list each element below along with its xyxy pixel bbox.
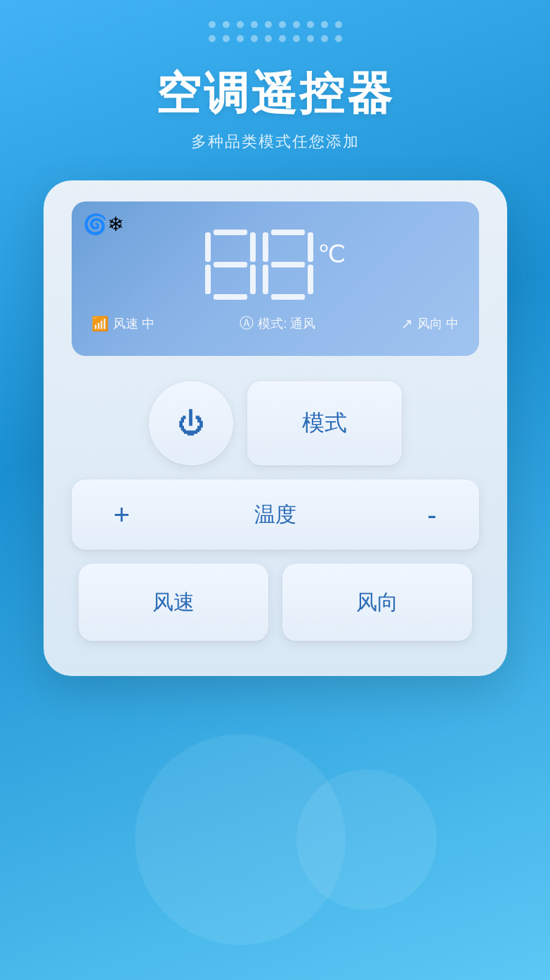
wind-dir-label: 风向 中 [417, 315, 459, 332]
decorative-dots-top [209, 21, 342, 28]
title-section: 空调遥控器 多种品类模式任您添加 [156, 63, 395, 152]
temp-label: 温度 [254, 501, 296, 529]
app-subtitle: 多种品类模式任您添加 [156, 131, 395, 152]
wind-speed-icon: 📶 [91, 315, 109, 332]
status-bar: 📶 风速 中 Ⓐ 模式: 通风 ↗ 风向 中 [89, 314, 462, 333]
temp-display: ℃ [89, 216, 462, 300]
buttons-area: ⏻ 模式 + 温度 - 风速 风向 [72, 381, 479, 641]
celsius-unit: ℃ [317, 239, 346, 269]
wind-dir-button-label: 风向 [356, 588, 398, 617]
display-screen: 🌀❄ [72, 201, 479, 356]
mode-label: 模式: 通风 [258, 315, 315, 332]
temp-plus[interactable]: + [114, 499, 130, 531]
remote-card: 🌀❄ [44, 180, 507, 676]
app-title: 空调遥控器 [156, 63, 395, 124]
temp-minus[interactable]: - [427, 499, 436, 531]
mode-status-icon: Ⓐ [240, 314, 254, 333]
btn-row-2: + 温度 - [72, 479, 479, 550]
wind-speed-label: 风速 中 [113, 315, 155, 332]
btn-row-1: ⏻ 模式 [72, 381, 479, 465]
btn-row-3: 风速 风向 [72, 564, 479, 641]
wind-speed-status: 📶 风速 中 [91, 315, 155, 332]
mode-button-label: 模式 [302, 408, 347, 439]
wind-dir-icon: ↗ [401, 315, 413, 332]
wind-speed-button[interactable]: 风速 [79, 564, 268, 641]
decorative-dots-row2 [209, 35, 342, 42]
digit-right [263, 230, 313, 300]
mode-button[interactable]: 模式 [247, 381, 402, 465]
digit-left [205, 230, 256, 300]
wind-speed-button-label: 风速 [152, 588, 195, 617]
temperature-button[interactable]: + 温度 - [72, 479, 479, 550]
wind-dir-status: ↗ 风向 中 [401, 315, 459, 332]
wind-dir-button[interactable]: 风向 [282, 564, 472, 641]
power-icon: ⏻ [178, 409, 204, 439]
digit-container [205, 230, 313, 300]
mode-status: Ⓐ 模式: 通风 [240, 314, 315, 333]
power-button[interactable]: ⏻ [149, 381, 233, 465]
mode-icon: 🌀❄ [83, 213, 124, 236]
